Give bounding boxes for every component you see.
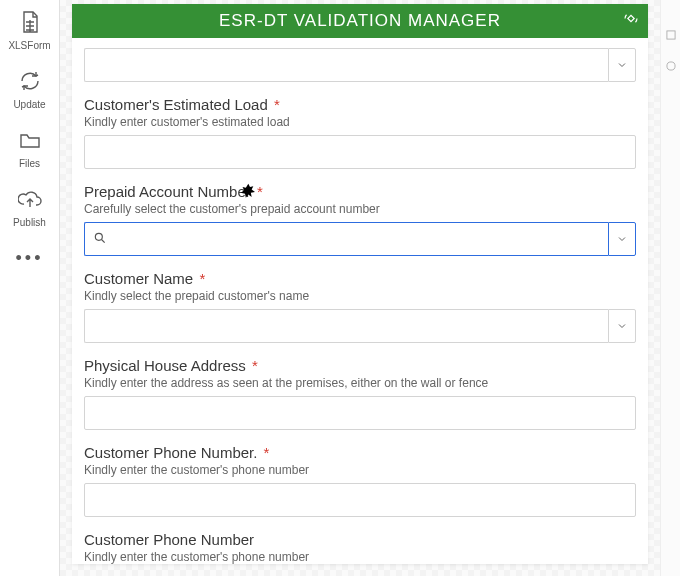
search-icon bbox=[93, 231, 111, 248]
address-input[interactable] bbox=[84, 396, 636, 430]
required-mark: * bbox=[264, 444, 270, 461]
field-phone-primary: Customer Phone Number. * Kindly enter th… bbox=[84, 444, 636, 517]
sidebar-item-update[interactable]: Update bbox=[0, 67, 59, 112]
form-card: ESR-DT VALIDATION MANAGER Customer's Est… bbox=[72, 4, 648, 564]
spreadsheet-icon bbox=[18, 10, 42, 37]
refresh-icon bbox=[18, 69, 42, 96]
sidebar-item-label: XLSForm bbox=[8, 40, 50, 51]
chevron-down-icon[interactable] bbox=[608, 48, 636, 82]
square-icon[interactable] bbox=[664, 28, 678, 45]
form-body: Customer's Estimated Load * Kindly enter… bbox=[72, 38, 648, 564]
top-dropdown[interactable] bbox=[84, 48, 636, 82]
circle-icon[interactable] bbox=[664, 59, 678, 76]
chevron-down-icon[interactable] bbox=[608, 222, 636, 256]
field-help: Kindly enter the customer's phone number bbox=[84, 550, 636, 564]
field-customer-name: Customer Name * Kindly select the prepai… bbox=[84, 270, 636, 343]
dropdown-body[interactable] bbox=[84, 222, 608, 256]
dropdown-body[interactable] bbox=[84, 48, 608, 82]
chevron-down-icon[interactable] bbox=[608, 309, 636, 343]
svg-rect-2 bbox=[666, 31, 674, 39]
field-address: Physical House Address * Kindly enter th… bbox=[84, 357, 636, 430]
field-help: Carefully select the customer's prepaid … bbox=[84, 202, 636, 216]
sidebar-item-label: Update bbox=[13, 99, 45, 110]
prepaid-account-dropdown[interactable] bbox=[84, 222, 636, 256]
field-help: Kindly enter customer's estimated load bbox=[84, 115, 636, 129]
sidebar-item-publish[interactable]: Publish bbox=[0, 185, 59, 230]
field-label: Physical House Address * bbox=[84, 357, 636, 374]
sidebar-item-xlsform[interactable]: XLSForm bbox=[0, 8, 59, 53]
field-help: Kindly enter the address as seen at the … bbox=[84, 376, 636, 390]
cloud-upload-icon bbox=[18, 187, 42, 214]
field-label: Prepaid Account Number * bbox=[84, 183, 636, 200]
canvas-area: ESR-DT VALIDATION MANAGER Customer's Est… bbox=[60, 0, 660, 576]
prepaid-account-search-input[interactable] bbox=[111, 223, 600, 255]
svg-point-3 bbox=[666, 62, 674, 70]
field-label: Customer Phone Number bbox=[84, 531, 636, 548]
more-icon[interactable]: ••• bbox=[16, 248, 44, 269]
phone-primary-input[interactable] bbox=[84, 483, 636, 517]
dropdown-body[interactable] bbox=[84, 309, 608, 343]
field-help: Kindly enter the customer's phone number bbox=[84, 463, 636, 477]
customer-name-dropdown[interactable] bbox=[84, 309, 636, 343]
form-title: ESR-DT VALIDATION MANAGER bbox=[219, 11, 501, 31]
right-rail bbox=[660, 0, 680, 576]
sidebar-item-label: Files bbox=[19, 158, 40, 169]
folder-icon bbox=[18, 128, 42, 155]
required-mark: * bbox=[199, 270, 205, 287]
required-mark: * bbox=[252, 357, 258, 374]
field-phone-secondary: Customer Phone Number Kindly enter the c… bbox=[84, 531, 636, 564]
sidebar-item-files[interactable]: Files bbox=[0, 126, 59, 171]
form-header: ESR-DT VALIDATION MANAGER bbox=[72, 4, 648, 38]
field-label: Customer's Estimated Load * bbox=[84, 96, 636, 113]
svg-rect-0 bbox=[628, 15, 634, 21]
satellite-icon[interactable] bbox=[622, 10, 640, 33]
required-mark: * bbox=[274, 96, 280, 113]
field-help: Kindly select the prepaid customer's nam… bbox=[84, 289, 636, 303]
left-sidebar: XLSForm Update Files Publish ••• bbox=[0, 0, 60, 576]
field-prepaid-account: Prepaid Account Number * Carefully selec… bbox=[84, 183, 636, 256]
svg-point-1 bbox=[95, 233, 102, 240]
sidebar-item-label: Publish bbox=[13, 217, 46, 228]
field-estimated-load: Customer's Estimated Load * Kindly enter… bbox=[84, 96, 636, 169]
required-mark: * bbox=[257, 183, 263, 200]
field-label: Customer Phone Number. * bbox=[84, 444, 636, 461]
estimated-load-input[interactable] bbox=[84, 135, 636, 169]
field-label: Customer Name * bbox=[84, 270, 636, 287]
